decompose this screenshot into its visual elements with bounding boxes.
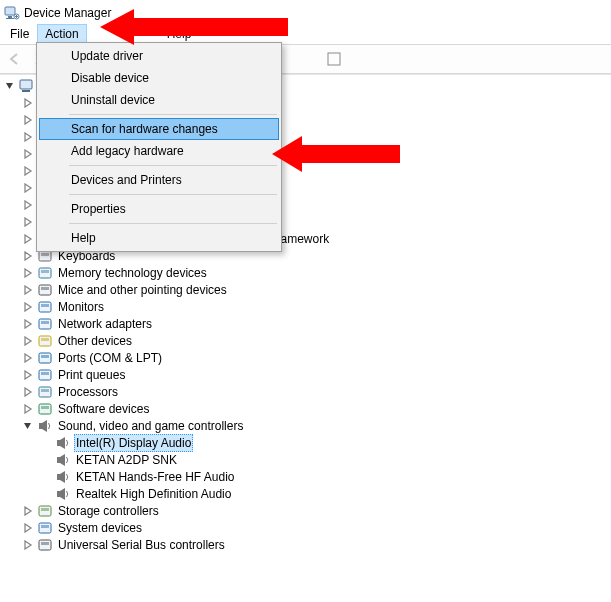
svg-rect-1 [8, 16, 12, 18]
tree-node[interactable]: Processors [22, 383, 611, 400]
svg-marker-52 [60, 471, 65, 483]
expand-icon[interactable] [22, 369, 34, 381]
svg-rect-58 [41, 525, 49, 528]
tree-node-label: KETAN A2DP SNK [74, 452, 179, 468]
usb-icon [37, 537, 53, 553]
menu-help[interactable]: Help [39, 227, 279, 249]
network-icon [37, 316, 53, 332]
speaker-icon [55, 452, 71, 468]
expand-icon[interactable] [22, 505, 34, 517]
printer-icon [37, 367, 53, 383]
svg-rect-2 [6, 18, 14, 19]
svg-marker-48 [60, 437, 65, 449]
menu-add-legacy[interactable]: Add legacy hardware [39, 140, 279, 162]
svg-rect-49 [57, 457, 60, 463]
svg-marker-50 [60, 454, 65, 466]
svg-rect-38 [41, 355, 49, 358]
tree-node[interactable]: Other devices [22, 332, 611, 349]
menu-properties[interactable]: Properties [39, 198, 279, 220]
tree-node-label: Print queues [56, 367, 127, 383]
tree-node-label: Universal Serial Bus controllers [56, 537, 227, 553]
svg-rect-60 [41, 542, 49, 545]
tree-node-label: KETAN Hands-Free HF Audio [74, 469, 237, 485]
tree-node[interactable]: KETAN Hands-Free HF Audio [40, 468, 611, 485]
expand-icon[interactable] [22, 233, 34, 245]
expand-icon[interactable] [4, 80, 16, 92]
menu-disable-device[interactable]: Disable device [39, 67, 279, 89]
expand-icon[interactable] [22, 148, 34, 160]
tree-node[interactable]: Memory technology devices [22, 264, 611, 281]
window-title: Device Manager [24, 6, 111, 20]
tree-node[interactable]: Sound, video and game controllers [22, 417, 611, 434]
tree-node[interactable]: Software devices [22, 400, 611, 417]
expand-icon[interactable] [22, 250, 34, 262]
tree-node[interactable]: Universal Serial Bus controllers [22, 536, 611, 553]
expand-icon[interactable] [22, 182, 34, 194]
tree-node-label: Sound, video and game controllers [56, 418, 245, 434]
tree-node[interactable]: Intel(R) Display Audio [40, 434, 611, 451]
svg-rect-26 [41, 253, 49, 256]
expand-icon[interactable] [22, 539, 34, 551]
tree-node[interactable]: Storage controllers [22, 502, 611, 519]
menu-separator [69, 194, 277, 195]
tree-node[interactable]: KETAN A2DP SNK [40, 451, 611, 468]
expand-icon[interactable] [22, 267, 34, 279]
expand-icon[interactable] [22, 318, 34, 330]
expand-icon[interactable] [22, 114, 34, 126]
svg-rect-47 [57, 440, 60, 446]
expand-icon[interactable] [22, 199, 34, 211]
tree-node-label: Intel(R) Display Audio [74, 434, 193, 452]
collapse-icon[interactable] [22, 420, 34, 432]
svg-rect-40 [41, 372, 49, 375]
toolbar-extra-button[interactable] [323, 48, 345, 70]
menu-devices-printers[interactable]: Devices and Printers [39, 169, 279, 191]
svg-rect-6 [22, 90, 30, 92]
expand-icon[interactable] [22, 386, 34, 398]
tree-node-label: System devices [56, 520, 144, 536]
action-menu-dropdown: Update driver Disable device Uninstall d… [36, 42, 282, 252]
menu-action[interactable]: Action [37, 24, 86, 44]
svg-rect-30 [41, 287, 49, 290]
svg-rect-53 [57, 491, 60, 497]
svg-rect-34 [41, 321, 49, 324]
expand-icon[interactable] [22, 335, 34, 347]
computer-icon [19, 78, 35, 94]
menu-help[interactable]: Help [159, 24, 200, 44]
expand-icon[interactable] [22, 165, 34, 177]
expand-icon[interactable] [22, 131, 34, 143]
tree-node[interactable]: Print queues [22, 366, 611, 383]
expand-icon[interactable] [22, 352, 34, 364]
system-icon [37, 520, 53, 536]
expand-icon[interactable] [22, 403, 34, 415]
expand-icon[interactable] [22, 301, 34, 313]
monitor-icon [37, 299, 53, 315]
tree-node-label: Storage controllers [56, 503, 161, 519]
other-icon [37, 333, 53, 349]
tree-node[interactable]: Realtek High Definition Audio [40, 485, 611, 502]
menu-separator [69, 223, 277, 224]
tree-node[interactable]: Mice and other pointing devices [22, 281, 611, 298]
expand-icon[interactable] [22, 97, 34, 109]
tree-node[interactable]: Monitors [22, 298, 611, 315]
menu-uninstall-device[interactable]: Uninstall device [39, 89, 279, 111]
tree-node-label: Realtek High Definition Audio [74, 486, 233, 502]
menu-file[interactable]: File [2, 24, 37, 44]
tree-node[interactable]: System devices [22, 519, 611, 536]
expand-icon[interactable] [22, 216, 34, 228]
tree-node-label: Processors [56, 384, 120, 400]
svg-rect-5 [20, 80, 32, 89]
menu-update-driver[interactable]: Update driver [39, 45, 279, 67]
tree-node-label: Monitors [56, 299, 106, 315]
expand-icon[interactable] [22, 284, 34, 296]
speaker-icon [37, 418, 53, 434]
svg-rect-44 [41, 406, 49, 409]
tree-node[interactable]: Ports (COM & LPT) [22, 349, 611, 366]
tree-node[interactable]: Network adapters [22, 315, 611, 332]
cpu-icon [37, 384, 53, 400]
speaker-icon [55, 435, 71, 451]
menu-scan-hardware[interactable]: Scan for hardware changes [39, 118, 279, 140]
menu-separator [69, 114, 277, 115]
toolbar-back-button [4, 48, 26, 70]
tree-node-label: Network adapters [56, 316, 154, 332]
expand-icon[interactable] [22, 522, 34, 534]
